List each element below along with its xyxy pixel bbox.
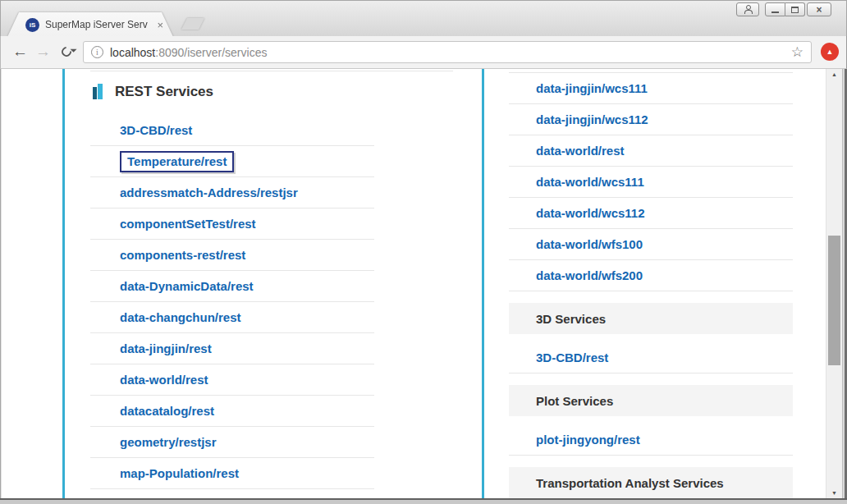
page-content: REST Services 3D-CBD/rest Temperature/re… xyxy=(0,69,847,498)
supermap-favicon-icon: iS xyxy=(25,18,39,32)
service-link[interactable]: data-changchun/rest xyxy=(120,310,241,324)
url-text[interactable]: localhost:8090/iserver/services xyxy=(110,46,267,59)
browser-tab[interactable]: iS SuperMap iServer Serv × xyxy=(7,12,173,37)
services-overview-list: data-jingjin/wcs111 data-jingjin/wcs112 … xyxy=(509,72,793,498)
browser-window: iS SuperMap iServer Serv × × ← → i local… xyxy=(0,0,847,504)
list-item: data-changchun/rest xyxy=(90,302,374,333)
list-item: Temperature/rest xyxy=(90,146,374,177)
section-header-plot-services: Plot Services xyxy=(509,385,793,416)
window-left-border xyxy=(0,69,2,498)
list-item: data-world/wcs112 xyxy=(509,198,793,229)
url-path: :8090/iserver/services xyxy=(155,46,267,59)
list-item: data-world/wcs111 xyxy=(509,167,793,198)
service-link[interactable]: 3D-CBD/rest xyxy=(120,123,192,137)
section-header-label: Transportation Analyst Services xyxy=(536,476,724,490)
services-overview-panel: data-jingjin/wcs111 data-jingjin/wcs112 … xyxy=(482,69,826,498)
service-link-temperature[interactable]: Temperature/rest xyxy=(120,151,234,172)
rest-services-panel: REST Services 3D-CBD/rest Temperature/re… xyxy=(62,69,461,498)
list-item: data-world/rest xyxy=(90,364,374,396)
service-link[interactable]: components-rest/rest xyxy=(120,248,245,262)
bookmark-star-icon[interactable]: ☆ xyxy=(791,45,804,59)
scrollbar-thumb[interactable] xyxy=(828,236,840,365)
list-item: 3D-CBD/rest xyxy=(90,115,374,146)
back-icon[interactable]: ← xyxy=(12,43,28,61)
service-link[interactable]: data-world/wcs111 xyxy=(536,175,644,189)
services-bookmark-icon xyxy=(93,84,104,100)
list-item: data-world/rest xyxy=(509,135,793,167)
list-item: plot-jingyong/rest xyxy=(509,424,793,456)
list-item: map-Population/rest xyxy=(90,458,374,489)
list-item: componentSetTest/rest xyxy=(90,208,374,240)
page-info-icon[interactable]: i xyxy=(91,46,103,58)
list-item: data-world/wfs100 xyxy=(509,229,793,260)
extension-arrow-icon: ▲ xyxy=(826,48,834,56)
scroll-up-arrow-icon[interactable]: ▲ xyxy=(826,71,842,77)
service-link[interactable]: data-world/wcs112 xyxy=(536,206,645,220)
list-item: 3D-CBD/rest xyxy=(509,342,793,373)
address-bar[interactable]: i localhost:8090/iserver/services ☆ xyxy=(83,41,812,63)
list-item: data-jingjin/rest xyxy=(90,333,374,364)
list-item: data-jingjin/wcs111 xyxy=(509,73,793,104)
refresh-icon[interactable] xyxy=(60,45,74,59)
divider xyxy=(90,71,453,71)
service-link[interactable]: data-DynamicData/rest xyxy=(120,279,254,293)
service-link[interactable]: componentSetTest/rest xyxy=(120,217,256,231)
browser-toolbar: ← → i localhost:8090/iserver/services ☆ … xyxy=(0,36,847,69)
section-header-label: 3D Services xyxy=(536,312,606,326)
service-link[interactable]: geometry/restjsr xyxy=(120,435,217,449)
service-link[interactable]: data-jingjin/rest xyxy=(120,341,212,355)
window-right-border xyxy=(842,69,847,498)
list-item: components-rest/rest xyxy=(90,240,374,271)
list-item: data-world/wfs200 xyxy=(509,260,793,291)
list-item: data-jingjin/wcs112 xyxy=(509,104,793,135)
section-header-transportation-analyst: Transportation Analyst Services xyxy=(509,467,793,498)
service-link[interactable]: data-jingjin/wcs112 xyxy=(536,112,648,126)
service-link[interactable]: 3D-CBD/rest xyxy=(536,351,608,364)
tab-close-icon[interactable]: × xyxy=(157,20,163,30)
maximize-button[interactable] xyxy=(785,2,805,16)
tab-title: SuperMap iServer Serv xyxy=(45,19,148,30)
list-item: geometry/restjsr xyxy=(90,427,374,458)
window-close-button[interactable]: × xyxy=(807,2,831,16)
vertical-scrollbar[interactable]: ▲ ▼ xyxy=(826,69,842,498)
url-host: localhost xyxy=(110,46,155,59)
service-link[interactable]: addressmatch-Address/restjsr xyxy=(120,186,298,199)
person-icon xyxy=(744,5,752,14)
window-bottom-border xyxy=(0,498,847,504)
browser-top-chrome: iS SuperMap iServer Serv × × xyxy=(0,0,847,36)
service-link[interactable]: data-world/rest xyxy=(120,373,208,387)
minimize-button[interactable] xyxy=(765,2,785,16)
profile-button[interactable] xyxy=(736,2,759,16)
list-item: data-DynamicData/rest xyxy=(90,271,374,302)
extension-button[interactable]: ▲ xyxy=(821,43,839,61)
maximize-icon xyxy=(791,7,799,13)
service-link[interactable]: data-world/wfs100 xyxy=(536,237,643,251)
rest-services-title: REST Services xyxy=(115,84,213,100)
list-item: datacatalog/rest xyxy=(90,396,374,427)
new-tab-button[interactable] xyxy=(181,18,204,30)
service-link[interactable]: data-world/wfs200 xyxy=(536,268,643,282)
service-link[interactable]: data-jingjin/wcs111 xyxy=(536,81,648,95)
list-item: addressmatch-Address/restjsr xyxy=(90,177,374,208)
service-link[interactable]: datacatalog/rest xyxy=(120,404,214,418)
service-link[interactable]: plot-jingyong/rest xyxy=(536,433,640,447)
rest-services-list: 3D-CBD/rest Temperature/rest addressmatc… xyxy=(90,115,374,489)
minimize-icon xyxy=(771,11,779,13)
window-close-icon: × xyxy=(816,5,822,15)
service-link[interactable]: map-Population/rest xyxy=(120,466,239,480)
forward-icon[interactable]: → xyxy=(35,43,51,61)
service-link[interactable]: data-world/rest xyxy=(536,144,625,158)
section-header-3d-services: 3D Services xyxy=(509,303,793,334)
section-header-label: Plot Services xyxy=(536,394,613,408)
scroll-down-arrow-icon[interactable]: ▼ xyxy=(826,490,842,496)
rest-services-heading: REST Services xyxy=(93,79,213,105)
